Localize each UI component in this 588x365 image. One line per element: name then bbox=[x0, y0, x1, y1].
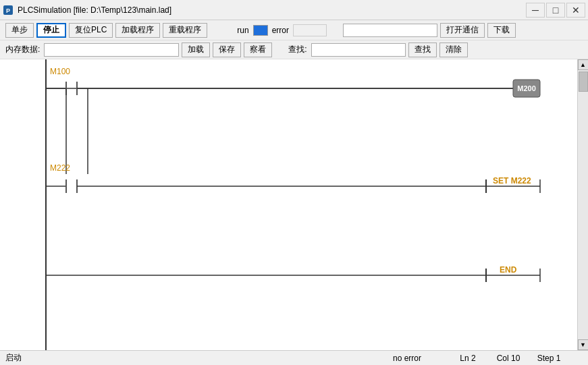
error-indicator bbox=[293, 24, 327, 36]
scroll-down-button[interactable]: ▼ bbox=[578, 339, 589, 350]
svg-text:M222: M222 bbox=[50, 163, 70, 173]
step-button[interactable]: 单步 bbox=[5, 23, 34, 38]
svg-text:END: END bbox=[500, 265, 517, 275]
load-program-button[interactable]: 加载程序 bbox=[115, 23, 160, 38]
clear-button[interactable]: 清除 bbox=[439, 43, 468, 57]
column-number: Col 10 bbox=[488, 354, 529, 363]
svg-text:P: P bbox=[6, 7, 10, 14]
toolbar2: 内存数据: 加载 保存 察看 查找: 查找 清除 bbox=[0, 40, 588, 59]
main-area: M100 M200 M222 bbox=[0, 59, 588, 350]
stop-button[interactable]: 停止 bbox=[36, 23, 66, 38]
scroll-track[interactable] bbox=[578, 70, 588, 339]
window-controls: ─ □ ✕ bbox=[526, 3, 585, 18]
comm-address-input[interactable] bbox=[343, 24, 437, 37]
ladder-diagram: M100 M200 M222 bbox=[0, 59, 577, 350]
statusbar: 启动 no error Ln 2 Col 10 Step 1 bbox=[0, 350, 588, 365]
run-section: run error bbox=[237, 24, 327, 36]
find-button[interactable]: 查找 bbox=[408, 43, 437, 57]
step-number: Step 1 bbox=[529, 354, 569, 363]
scroll-thumb[interactable] bbox=[579, 72, 588, 92]
ladder-canvas[interactable]: M100 M200 M222 bbox=[0, 59, 577, 350]
status-text: 启动 bbox=[5, 352, 367, 364]
download-button[interactable]: 下载 bbox=[487, 23, 516, 38]
error-label: error bbox=[272, 26, 289, 35]
vertical-scrollbar[interactable]: ▲ ▼ bbox=[577, 59, 588, 350]
minimize-button[interactable]: ─ bbox=[526, 3, 545, 18]
watch-button[interactable]: 察看 bbox=[244, 43, 272, 57]
reload-button[interactable]: 重载程序 bbox=[163, 23, 207, 38]
search-input[interactable] bbox=[311, 43, 406, 57]
save-button[interactable]: 保存 bbox=[213, 43, 241, 57]
app-icon: P bbox=[3, 5, 14, 16]
line-number: Ln 2 bbox=[448, 354, 488, 363]
run-indicator bbox=[253, 25, 268, 36]
mem-data-input[interactable] bbox=[44, 43, 179, 57]
scroll-up-button[interactable]: ▲ bbox=[578, 59, 589, 70]
search-label: 查找: bbox=[288, 44, 306, 55]
titlebar: P PLCSimulation [file: D:\Temp\123\main.… bbox=[0, 0, 588, 20]
error-status: no error bbox=[367, 354, 448, 363]
run-label: run bbox=[237, 26, 248, 35]
maximize-button[interactable]: □ bbox=[546, 3, 565, 18]
svg-text:M100: M100 bbox=[50, 67, 70, 76]
close-button[interactable]: ✕ bbox=[566, 3, 585, 18]
mem-data-label: 内存数据: bbox=[5, 44, 40, 55]
load-button[interactable]: 加载 bbox=[182, 43, 210, 57]
svg-text:SET M222: SET M222 bbox=[493, 176, 531, 186]
toolbar1: 单步 停止 复位PLC 加载程序 重载程序 run error 打开通信 下载 bbox=[0, 20, 588, 40]
window-title: PLCSimulation [file: D:\Temp\123\main.la… bbox=[18, 5, 171, 15]
titlebar-left: P PLCSimulation [file: D:\Temp\123\main.… bbox=[3, 5, 171, 16]
svg-text:M200: M200 bbox=[517, 84, 536, 92]
reset-plc-button[interactable]: 复位PLC bbox=[69, 23, 113, 38]
open-comm-button[interactable]: 打开通信 bbox=[440, 23, 485, 38]
